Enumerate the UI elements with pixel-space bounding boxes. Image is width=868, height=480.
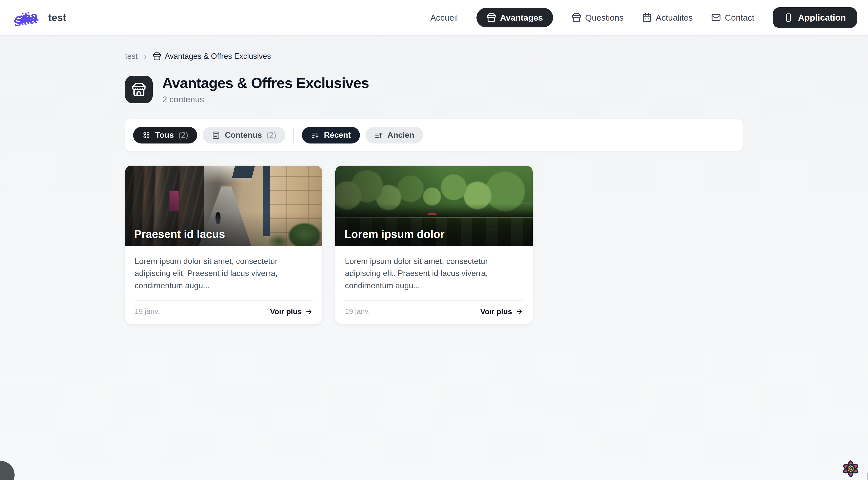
card-description: Lorem ipsum dolor sit amet, consectetur … <box>345 255 521 292</box>
content-count: 2 contenus <box>162 94 369 104</box>
card-title: Lorem ipsum dolor <box>344 228 444 240</box>
brand-group: silia test <box>14 11 66 24</box>
card-body: Lorem ipsum dolor sit amet, consectetur … <box>335 246 532 324</box>
nav-link-avantages-active[interactable]: Avantages <box>476 8 553 27</box>
nav-link-label: Questions <box>585 13 624 23</box>
arrow-right-icon <box>305 308 313 316</box>
see-more-link[interactable]: Voir plus <box>270 307 313 316</box>
document-icon <box>212 131 220 140</box>
filter-contents-button[interactable]: Contenus (2) <box>203 127 285 144</box>
smartphone-icon <box>784 13 793 22</box>
card-title: Praesent id lacus <box>134 228 225 240</box>
sort-descending-icon <box>311 131 319 140</box>
nav-link-actualites[interactable]: Actualités <box>642 13 693 23</box>
breadcrumb: test › Avantages & Offres Exclusives <box>125 52 743 61</box>
card-divider <box>345 300 523 301</box>
nav-link-label: Avantages <box>500 13 543 23</box>
nav-link-questions[interactable]: Questions <box>571 13 624 23</box>
grid-dots-icon <box>142 131 151 140</box>
storefront-icon <box>487 13 496 22</box>
nav-link-contact[interactable]: Contact <box>711 13 754 23</box>
card-photo-narrow-street: Praesent id lacus <box>125 166 322 246</box>
see-more-label: Voir plus <box>480 307 512 316</box>
card-meta-row: 19 janv. Voir plus <box>135 307 313 316</box>
filter-all-count: (2) <box>178 130 188 140</box>
filter-all-label: Tous <box>155 130 174 140</box>
card-photo-cypress-lake: Lorem ipsum dolor <box>335 166 532 246</box>
content-card-lorem-ipsum-dolor[interactable]: Lorem ipsum dolor Lorem ipsum dolor sit … <box>335 166 532 324</box>
filter-divider <box>293 128 294 143</box>
content-card-grid: Praesent id lacus Lorem ipsum dolor sit … <box>125 166 743 324</box>
card-date: 19 janv. <box>345 307 370 316</box>
main-nav: Accueil Avantages Questions Actualités C… <box>430 7 857 28</box>
nav-link-accueil[interactable]: Accueil <box>430 13 458 23</box>
filter-contents-label: Contenus <box>225 130 262 140</box>
top-navigation-bar: silia test Accueil Avantages Questions A… <box>0 0 868 36</box>
sort-ascending-icon <box>374 131 383 140</box>
silia-logo[interactable]: silia <box>13 9 38 26</box>
calendar-icon <box>642 13 652 22</box>
nav-link-label: Accueil <box>430 13 458 23</box>
sort-old-label: Ancien <box>388 130 414 140</box>
see-more-label: Voir plus <box>270 307 302 316</box>
react-query-flower-icon[interactable] <box>841 459 860 479</box>
page-title: Avantages & Offres Exclusives <box>162 75 369 91</box>
breadcrumb-root-link[interactable]: test <box>125 52 137 61</box>
chevron-right-icon: › <box>144 52 147 61</box>
card-body: Lorem ipsum dolor sit amet, consectetur … <box>125 246 322 324</box>
sort-recent-button[interactable]: Récent <box>302 127 360 144</box>
application-button[interactable]: Application <box>773 7 857 28</box>
page-header: Avantages & Offres Exclusives 2 contenus <box>125 75 743 104</box>
sort-old-button[interactable]: Ancien <box>366 127 424 144</box>
page-header-text: Avantages & Offres Exclusives 2 contenus <box>162 75 369 104</box>
nav-link-label: Actualités <box>656 13 693 23</box>
filter-contents-count: (2) <box>267 130 276 140</box>
category-icon-tile <box>125 76 153 103</box>
card-description: Lorem ipsum dolor sit amet, consectetur … <box>135 255 310 292</box>
sort-recent-label: Récent <box>324 130 351 140</box>
site-name: test <box>48 12 66 23</box>
card-date: 19 janv. <box>135 307 159 316</box>
arrow-right-icon <box>516 308 523 316</box>
storefront-icon <box>132 82 146 97</box>
nav-link-label: Contact <box>725 13 754 23</box>
filter-toolbar: Tous (2) Contenus (2) Récent Ancien <box>125 119 743 151</box>
breadcrumb-current[interactable]: Avantages & Offres Exclusives <box>153 52 271 61</box>
storefront-icon <box>571 13 581 22</box>
mail-icon <box>711 13 721 22</box>
devtools-edge-handle[interactable] <box>867 473 868 480</box>
card-divider <box>135 300 313 301</box>
page-content: test › Avantages & Offres Exclusives Ava… <box>125 52 743 324</box>
see-more-link[interactable]: Voir plus <box>480 307 523 316</box>
storefront-icon <box>153 52 161 61</box>
card-meta-row: 19 janv. Voir plus <box>345 307 523 316</box>
content-card-praesent-id-lacus[interactable]: Praesent id lacus Lorem ipsum dolor sit … <box>125 166 322 324</box>
devtools-corner-tab[interactable] <box>0 461 14 480</box>
filter-all-button[interactable]: Tous (2) <box>133 127 197 144</box>
breadcrumb-current-label: Avantages & Offres Exclusives <box>165 52 271 61</box>
app-button-label: Application <box>798 12 846 23</box>
